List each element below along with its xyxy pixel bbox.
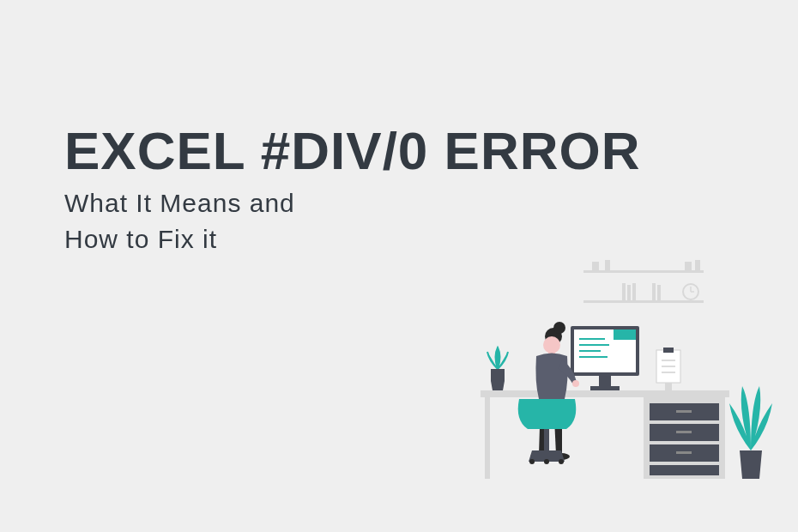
svg-rect-14	[481, 390, 729, 397]
subtitle: What It Means and How to Fix it	[64, 185, 640, 257]
svg-rect-28	[590, 386, 620, 390]
svg-rect-39	[665, 383, 672, 390]
svg-point-41	[553, 322, 565, 334]
svg-rect-2	[605, 260, 610, 270]
subtitle-line-2: How to Fix it	[64, 225, 217, 253]
svg-rect-3	[685, 262, 692, 270]
svg-point-49	[559, 459, 564, 464]
svg-rect-9	[652, 283, 656, 300]
svg-rect-24	[491, 369, 505, 381]
svg-rect-0	[583, 270, 704, 273]
subtitle-line-1: What It Means and	[64, 189, 295, 217]
svg-rect-7	[627, 285, 631, 300]
svg-rect-27	[599, 376, 611, 386]
svg-rect-20	[650, 465, 719, 475]
svg-rect-1	[592, 262, 599, 270]
svg-rect-35	[663, 348, 674, 353]
svg-rect-8	[632, 283, 636, 300]
svg-rect-47	[544, 429, 549, 450]
svg-rect-23	[676, 451, 692, 454]
svg-rect-15	[485, 397, 490, 479]
svg-rect-21	[676, 410, 692, 413]
svg-point-50	[544, 459, 549, 464]
svg-point-44	[572, 380, 579, 387]
svg-rect-29	[614, 329, 636, 340]
svg-rect-22	[676, 431, 692, 433]
svg-rect-10	[657, 285, 661, 300]
desk-illustration	[472, 257, 772, 506]
svg-rect-6	[622, 283, 626, 300]
page-title: EXCEL #DIV/0 ERROR	[64, 120, 640, 181]
svg-rect-5	[583, 300, 704, 303]
text-content: EXCEL #DIV/0 ERROR What It Means and How…	[64, 120, 640, 257]
svg-rect-4	[695, 260, 700, 270]
svg-point-48	[529, 459, 535, 464]
